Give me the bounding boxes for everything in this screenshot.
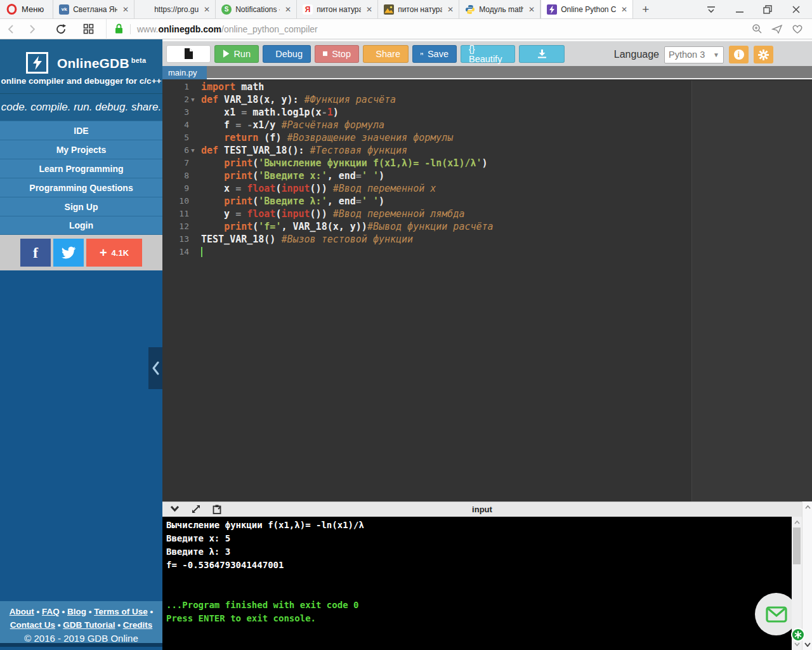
- browser-tab[interactable]: Япитон натураль✕: [297, 0, 378, 18]
- twitter-button[interactable]: [53, 239, 84, 267]
- scroll-up-icon[interactable]: [802, 503, 812, 512]
- debug-button[interactable]: Debug: [263, 45, 311, 63]
- tab-close-icon[interactable]: ✕: [620, 5, 629, 14]
- footer-link[interactable]: Contact Us: [10, 620, 55, 630]
- share-button[interactable]: Share: [363, 45, 409, 63]
- code-line[interactable]: 9 x = float(input()) #Ввод переменной x: [162, 182, 812, 195]
- forward-icon[interactable]: [22, 24, 43, 34]
- line-number: 9: [162, 182, 189, 195]
- chat-launcher-button[interactable]: [755, 593, 797, 635]
- browser-tab[interactable]: SNotifications - S✕: [216, 0, 297, 18]
- browser-tab[interactable]: https://pro.guap✕: [134, 0, 216, 18]
- tab-close-icon[interactable]: ✕: [365, 5, 374, 14]
- zoom-page-icon[interactable]: [752, 23, 763, 34]
- browser-tab[interactable]: vkСветлана Яныш✕: [53, 0, 134, 18]
- tab-close-icon[interactable]: ✕: [202, 5, 211, 14]
- code-line[interactable]: 5 return (f) #Возвращение значения форму…: [162, 131, 812, 144]
- browser-tabs: vkСветлана Яныш✕https://pro.guap✕SNotifi…: [53, 0, 633, 18]
- info-button[interactable]: i: [729, 46, 749, 63]
- bookmark-heart-icon[interactable]: [792, 24, 803, 34]
- scroll-down-icon[interactable]: [802, 640, 812, 649]
- language-select[interactable]: Python 3 ▼: [664, 46, 724, 63]
- browser-tab[interactable]: Модуль math |✕: [459, 0, 540, 18]
- tab-title: питон натураль: [317, 5, 361, 14]
- code-line[interactable]: 11 y = float(input()) #Ввод переменной л…: [162, 208, 812, 220]
- download-button[interactable]: [519, 45, 565, 63]
- footer-link[interactable]: About: [10, 607, 34, 616]
- code-line[interactable]: 8 print('Введите x:', end=' '): [162, 169, 812, 182]
- stop-button[interactable]: Stop: [315, 45, 359, 63]
- python-favicon: [465, 4, 475, 15]
- new-tab-button[interactable]: +: [633, 0, 658, 18]
- browser-tab[interactable]: питон натураль✕: [378, 0, 459, 18]
- code-line[interactable]: 13TEST_VAR_18() #Вызов тестовой функции: [162, 233, 812, 246]
- tab-close-icon[interactable]: ✕: [121, 5, 130, 14]
- restore-icon[interactable]: [763, 5, 773, 14]
- code-line[interactable]: 10 print('Введите λ:', end=' '): [162, 195, 812, 208]
- save-button[interactable]: Save: [412, 45, 457, 63]
- code-line[interactable]: 4 f = -x1/y #Расчётная формула: [162, 119, 812, 131]
- sidebar-background: [0, 270, 162, 601]
- line-number: 13: [162, 233, 189, 246]
- close-window-icon[interactable]: [792, 5, 801, 14]
- fold-caret-icon[interactable]: ▼: [189, 93, 197, 106]
- footer-link[interactable]: Blog: [67, 607, 86, 616]
- sidebar-item-ide[interactable]: IDE: [0, 121, 162, 140]
- code-line[interactable]: 3 x1 = math.log1p(x-1): [162, 106, 812, 119]
- sidebar-collapse-handle[interactable]: [148, 347, 162, 389]
- sidebar-item-programming-questions[interactable]: Programming Questions: [0, 178, 162, 197]
- code-line[interactable]: 6▼def TEST_VAR_18(): #Тестовая функция: [162, 144, 812, 157]
- footer-link[interactable]: GDB Tutorial: [63, 620, 115, 630]
- code-editor[interactable]: 1import math2▼def VAR_18(x, y): #Функция…: [162, 81, 812, 501]
- tab-title: питон натураль: [398, 5, 442, 14]
- line-number: 7: [162, 157, 189, 169]
- tab-title: Notifications - S: [235, 5, 280, 14]
- padlock-icon: [114, 23, 124, 34]
- share-page-icon[interactable]: [771, 24, 783, 34]
- url-field[interactable]: www.onlinegdb.com/online_python_compiler: [106, 19, 812, 39]
- scroll-up-icon[interactable]: [792, 518, 802, 527]
- facebook-button[interactable]: f: [20, 239, 51, 267]
- code-line[interactable]: 14: [162, 246, 812, 258]
- tab-title: Светлана Яныш: [73, 5, 117, 14]
- console-output[interactable]: Вычисление функции f(x1,λ)= -ln(x1)/λВве…: [162, 517, 792, 650]
- footer-link[interactable]: Credits: [123, 620, 153, 630]
- settings-button[interactable]: [754, 46, 773, 63]
- new-file-button[interactable]: [166, 45, 211, 63]
- page-scrollbar[interactable]: [802, 501, 812, 650]
- file-tab-main-py[interactable]: main.py: [162, 66, 207, 79]
- sidebar-item-my-projects[interactable]: My Projects: [0, 140, 162, 159]
- speed-dial-icon[interactable]: [76, 23, 101, 34]
- scrollbar-thumb[interactable]: [793, 527, 801, 564]
- tab-menu-icon[interactable]: [706, 5, 716, 14]
- gdb-favicon: [547, 4, 557, 15]
- beautify-button[interactable]: {} Beautify: [461, 45, 515, 63]
- sidebar-item-sign-up[interactable]: Sign Up: [0, 197, 162, 216]
- antivirus-badge-icon[interactable]: [791, 628, 805, 642]
- fold-caret-icon[interactable]: ▼: [189, 144, 197, 157]
- browser-tab-active[interactable]: Online Python C✕: [540, 0, 633, 18]
- code-line[interactable]: 1import math: [162, 81, 812, 93]
- sidebar-item-login[interactable]: Login: [0, 216, 162, 235]
- chevron-left-icon: [152, 361, 160, 375]
- footer-link[interactable]: Terms of Use: [94, 607, 148, 616]
- tab-close-icon[interactable]: ✕: [527, 5, 536, 14]
- run-button[interactable]: Run: [214, 45, 259, 63]
- sidebar-item-learn-programming[interactable]: Learn Programming: [0, 159, 162, 178]
- footer-link[interactable]: FAQ: [42, 607, 60, 616]
- code-lines: 1import math2▼def VAR_18(x, y): #Функция…: [162, 81, 812, 258]
- minimize-icon[interactable]: [735, 6, 744, 13]
- gutter-spacer: [189, 182, 197, 195]
- reload-icon[interactable]: [48, 23, 74, 35]
- file-icon: [184, 48, 193, 60]
- google-plus-share-button[interactable]: + 4.1K: [86, 239, 142, 267]
- code-line[interactable]: 12 print('f=', VAR_18(x, y))#Вывод функц…: [162, 220, 812, 233]
- tab-close-icon[interactable]: ✕: [446, 5, 455, 14]
- opera-menu-button[interactable]: Меню: [0, 0, 53, 18]
- line-number: 11: [162, 208, 189, 220]
- back-icon[interactable]: [0, 24, 22, 34]
- code-line[interactable]: 2▼def VAR_18(x, y): #Функция расчёта: [162, 93, 812, 106]
- code-line[interactable]: 7 print('Вычисление функции f(x1,λ)= -ln…: [162, 157, 812, 169]
- tab-close-icon[interactable]: ✕: [284, 5, 292, 14]
- tab-title: Online Python C: [561, 5, 616, 14]
